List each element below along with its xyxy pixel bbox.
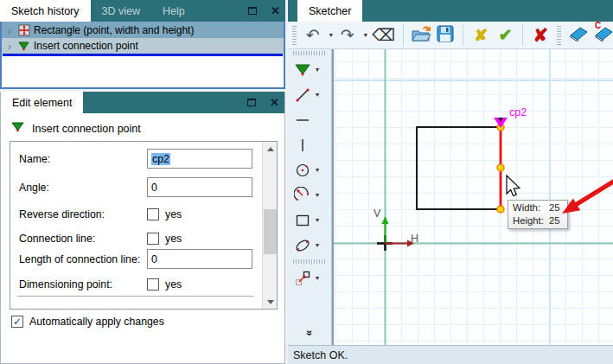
connection-line-label: Connection line: bbox=[19, 233, 147, 245]
sketcher-tabbar: Sketcher bbox=[288, 0, 613, 22]
tab-sketch-history[interactable]: Sketch history bbox=[0, 0, 91, 22]
sketch-canvas[interactable]: Width:25 Height:25 cp2 V H bbox=[332, 49, 613, 345]
undo-button[interactable]: ↶ bbox=[303, 24, 322, 47]
edit-element-header: Insert connection point bbox=[11, 122, 141, 135]
circle-tool[interactable]: ▾ bbox=[288, 157, 331, 182]
v-axis-label: V bbox=[374, 208, 380, 220]
tools-grip[interactable] bbox=[293, 51, 326, 55]
status-text: Sketch OK. bbox=[293, 349, 348, 361]
line-tool[interactable]: ▾ bbox=[288, 82, 331, 107]
chevron-down-icon[interactable]: ▾ bbox=[316, 191, 319, 199]
auto-apply-checkbox[interactable]: ✓ bbox=[11, 316, 23, 328]
properties-groupbox: Name: cp2 Angle: Reverse direction: yes … bbox=[10, 141, 278, 310]
edge-midpoint-handle[interactable] bbox=[497, 164, 504, 171]
reverse-direction-label: Reverse direction: bbox=[19, 208, 147, 220]
redo-button[interactable]: ↷ bbox=[338, 24, 357, 47]
sketcher-tools-column: ▾ ▾ ▾ ▾ ▾ bbox=[288, 49, 332, 345]
edge-start-handle[interactable] bbox=[497, 124, 504, 131]
field-row-name: Name: cp2 bbox=[19, 149, 252, 169]
tab-help[interactable]: Help bbox=[151, 0, 196, 22]
open-button[interactable] bbox=[411, 24, 431, 47]
tools-grip[interactable] bbox=[293, 259, 326, 264]
name-field-selected-text: cp2 bbox=[151, 153, 170, 165]
undo-icon: ↶ bbox=[306, 27, 320, 43]
rectangle-tool[interactable]: ▾ bbox=[288, 208, 331, 233]
app-root: Sketch history 3D view Help ✕ › Rectangl… bbox=[0, 0, 613, 364]
tree-item-label: Insert connection point bbox=[34, 40, 138, 52]
field-row-connection-line: Connection line: yes bbox=[19, 233, 182, 245]
name-field[interactable]: cp2 bbox=[147, 149, 252, 169]
chevron-down-icon[interactable]: ▾ bbox=[329, 31, 333, 39]
ellipse-tool[interactable]: ▾ bbox=[288, 233, 331, 258]
transform-tool[interactable]: ▾ bbox=[288, 265, 331, 291]
chevron-down-icon[interactable]: ▾ bbox=[364, 31, 367, 39]
scrollbar-thumb[interactable] bbox=[264, 209, 277, 254]
tab-sketcher[interactable]: Sketcher bbox=[297, 0, 362, 22]
toolbar-grip[interactable] bbox=[292, 26, 297, 45]
chevron-down-icon[interactable]: ▾ bbox=[316, 241, 319, 249]
sketch-drawing bbox=[334, 49, 613, 345]
erase-button[interactable] bbox=[568, 24, 588, 47]
chevron-down-icon[interactable]: ▾ bbox=[316, 166, 319, 174]
cancel-button[interactable]: ✘ bbox=[471, 24, 490, 47]
more-tools-button[interactable]: » bbox=[288, 326, 331, 338]
field-row-length: Length of connection line: bbox=[19, 249, 252, 269]
h-axis-label: H bbox=[411, 233, 418, 245]
toolbar-grip[interactable] bbox=[557, 26, 561, 45]
field-row-angle: Angle: bbox=[19, 177, 252, 197]
edit-element-tabbar: Edit element ✕ bbox=[1, 92, 284, 113]
scrollbar-down-icon[interactable] bbox=[263, 295, 278, 309]
transform-icon bbox=[292, 270, 313, 287]
chevron-down-icon[interactable]: ▾ bbox=[316, 66, 319, 73]
tooltip-width-label: Width: bbox=[513, 201, 549, 214]
connection-point-tool[interactable]: ▾ bbox=[288, 57, 331, 82]
delete-button[interactable]: ✘ bbox=[531, 24, 550, 47]
close-icon[interactable]: ✕ bbox=[271, 5, 280, 16]
angle-field[interactable] bbox=[147, 177, 252, 197]
expander-icon[interactable]: › bbox=[5, 25, 14, 36]
save-button[interactable] bbox=[436, 24, 455, 47]
arc-tool[interactable]: ▾ bbox=[288, 182, 331, 208]
reverse-direction-checkbox[interactable] bbox=[147, 208, 159, 220]
auto-apply-label: Automatically apply changes bbox=[29, 316, 164, 328]
close-icon[interactable]: ✕ bbox=[270, 97, 279, 108]
toolbar-separator bbox=[463, 25, 463, 46]
maximize-icon[interactable] bbox=[248, 7, 257, 15]
dimensioning-point-label: Dimensioning point: bbox=[19, 278, 147, 291]
tree-item-label: Rectangle (point, width and height) bbox=[34, 24, 194, 36]
tooltip-height-value: 25 bbox=[549, 214, 560, 227]
connection-line-checkbox[interactable] bbox=[147, 233, 159, 245]
vertical-line-icon bbox=[292, 137, 313, 154]
sketch-rectangle[interactable] bbox=[417, 127, 501, 209]
green-triangle-icon bbox=[11, 122, 24, 135]
checkbox-suffix: yes bbox=[165, 208, 182, 220]
sketch-history-tree: › Rectangle (point, width and height) › … bbox=[0, 22, 285, 89]
chevron-down-icon[interactable]: ▾ bbox=[316, 274, 319, 282]
field-row-dimensioning-point: Dimensioning point: yes bbox=[19, 278, 182, 291]
maximize-icon[interactable] bbox=[247, 99, 256, 106]
auto-apply-row: ✓ Automatically apply changes bbox=[11, 316, 164, 328]
redo-icon: ↷ bbox=[341, 27, 354, 43]
chevron-down-icon[interactable]: ▾ bbox=[316, 216, 319, 224]
mouse-cursor-icon bbox=[507, 176, 520, 196]
form-scrollbar[interactable] bbox=[262, 142, 277, 309]
connection-point-marker[interactable] bbox=[494, 118, 508, 128]
tab-3d-view[interactable]: 3D view bbox=[91, 0, 151, 22]
chevron-down-icon[interactable]: ▾ bbox=[316, 91, 319, 99]
tree-item-rectangle[interactable]: › Rectangle (point, width and height) bbox=[2, 22, 284, 38]
vertical-line-tool[interactable] bbox=[288, 132, 331, 157]
confirm-button[interactable]: ✔ bbox=[495, 24, 514, 47]
line-icon bbox=[292, 86, 313, 104]
length-field[interactable] bbox=[147, 249, 252, 269]
tree-item-connection-point[interactable]: › Insert connection point bbox=[2, 38, 284, 54]
expander-icon[interactable]: › bbox=[5, 41, 14, 52]
edit-element-header-label: Insert connection point bbox=[32, 123, 141, 135]
erase-elements-button[interactable]: C bbox=[593, 24, 613, 47]
edge-end-handle[interactable] bbox=[497, 206, 504, 213]
dimensioning-point-checkbox[interactable] bbox=[147, 278, 159, 291]
delete-last-button[interactable]: ⌫ bbox=[373, 24, 395, 47]
tab-edit-element[interactable]: Edit element bbox=[1, 92, 83, 113]
circle-icon bbox=[292, 162, 313, 179]
scrollbar-up-icon[interactable] bbox=[263, 142, 278, 156]
horizontal-line-tool[interactable] bbox=[288, 107, 331, 132]
